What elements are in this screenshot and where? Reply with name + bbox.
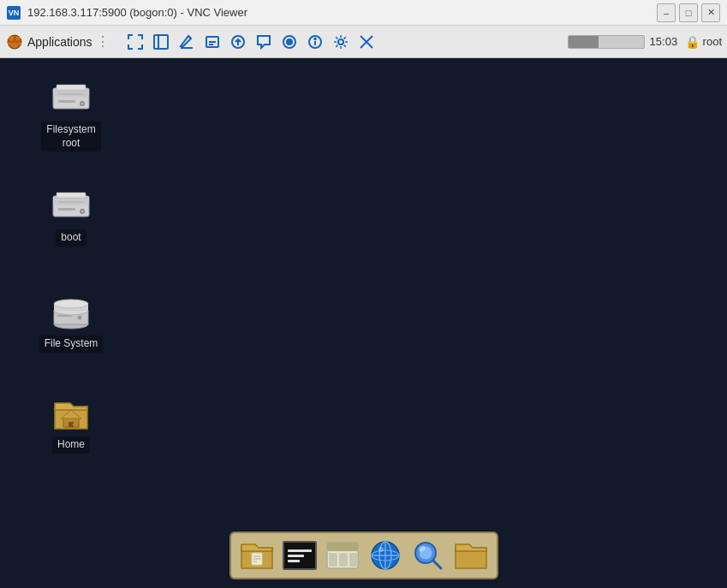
app-menu-section: Applications ⋮ (5, 33, 115, 51)
clock-display: 15:03 (650, 35, 680, 48)
svg-rect-31 (57, 193, 86, 198)
menu-dots[interactable]: ⋮ (96, 33, 110, 50)
edit-button[interactable] (175, 30, 199, 54)
folder-plain-svg (454, 541, 488, 570)
svg-point-33 (81, 211, 84, 213)
taskbar-terminal-button[interactable] (279, 536, 320, 575)
svg-point-1 (9, 36, 14, 41)
lock-icon: 🔒 (685, 35, 700, 49)
home-label: Home (52, 437, 90, 454)
applications-menu-label[interactable]: Applications (27, 35, 92, 49)
home-folder-svg (51, 393, 91, 432)
chat-button[interactable] (252, 30, 276, 54)
taskbar-browser-button[interactable] (365, 536, 406, 575)
record-button[interactable] (277, 30, 301, 54)
vnc-status-area: 15:03 🔒 root (568, 35, 722, 49)
progress-fill (569, 36, 599, 48)
file-system-label: File System (39, 336, 104, 353)
window-icon: VN (7, 6, 21, 20)
svg-rect-52 (327, 543, 358, 551)
svg-rect-42 (57, 315, 72, 317)
home-image (51, 392, 92, 433)
send-key-button[interactable] (226, 30, 250, 54)
vnc-toolbar: Applications ⋮ 15:03 🔒 root (0, 26, 727, 58)
resize-button[interactable] (149, 30, 173, 54)
window-title: 192.168.3.117:5900 (bogon:0) - VNC Viewe… (27, 6, 650, 19)
filesystem-root-label: Filesystemroot (41, 122, 100, 151)
svg-rect-55 (349, 553, 358, 567)
taskbar-files-button[interactable] (236, 536, 277, 575)
svg-point-3 (8, 42, 11, 45)
settings-button[interactable] (329, 30, 353, 54)
svg-rect-53 (329, 553, 337, 567)
svg-point-41 (78, 316, 82, 320)
close-button[interactable]: ✕ (701, 3, 720, 22)
ctrl-alt-del-button[interactable] (200, 30, 224, 54)
app-logo (5, 33, 24, 51)
maximize-button[interactable]: □ (679, 3, 698, 22)
filesystem-root-image (51, 77, 92, 118)
file-system-image (51, 291, 92, 332)
svg-point-40 (54, 300, 88, 308)
svg-point-61 (378, 547, 384, 552)
svg-line-7 (188, 36, 191, 39)
file-system-icon[interactable]: File System (33, 291, 110, 353)
taskbar-folder-button[interactable] (450, 536, 492, 575)
boot-label: boot (56, 229, 86, 246)
window-controls: – □ ✕ (657, 3, 720, 22)
taskbar-search-button[interactable] (408, 536, 449, 575)
fullscreen-button[interactable] (123, 30, 147, 54)
filesystem-root-icon[interactable]: Filesystemroot (33, 77, 110, 151)
user-section: 🔒 root (685, 35, 722, 49)
connection-progress-bar (568, 35, 645, 49)
svg-point-4 (18, 42, 21, 45)
svg-rect-54 (339, 553, 348, 567)
svg-point-26 (81, 103, 84, 105)
xfce-logo-icon (5, 33, 24, 51)
svg-rect-35 (58, 201, 84, 203)
taskbar-file-manager-button[interactable] (322, 536, 363, 575)
boot-drive-svg (51, 189, 91, 222)
home-icon[interactable]: Home (33, 392, 110, 454)
disconnect-button[interactable] (355, 30, 378, 54)
svg-point-46 (73, 424, 74, 425)
terminal-preview (283, 541, 317, 570)
file-manager-svg (325, 541, 360, 570)
svg-rect-24 (57, 85, 86, 90)
svg-rect-28 (58, 93, 84, 95)
svg-rect-6 (154, 35, 168, 49)
svg-point-15 (287, 39, 292, 45)
svg-line-64 (433, 561, 441, 568)
svg-point-5 (11, 43, 18, 48)
svg-rect-34 (58, 208, 75, 211)
globe-svg (369, 539, 402, 572)
title-bar: VN 192.168.3.117:5900 (bogon:0) - VNC Vi… (0, 0, 727, 26)
boot-image (51, 185, 92, 226)
desktop: Filesystemroot boot (0, 58, 727, 588)
svg-rect-27 (58, 100, 75, 103)
info-button[interactable] (303, 30, 327, 54)
username-display: root (703, 35, 722, 48)
svg-point-19 (338, 39, 343, 45)
taskbar (229, 532, 498, 579)
drive-icon-svg (51, 81, 91, 114)
boot-icon[interactable]: boot (33, 185, 110, 246)
file-system-svg (51, 292, 91, 331)
svg-point-18 (314, 38, 316, 39)
files-folder-svg (240, 541, 274, 570)
search-svg (412, 539, 444, 572)
minimize-button[interactable]: – (657, 3, 676, 22)
svg-point-2 (16, 36, 21, 40)
